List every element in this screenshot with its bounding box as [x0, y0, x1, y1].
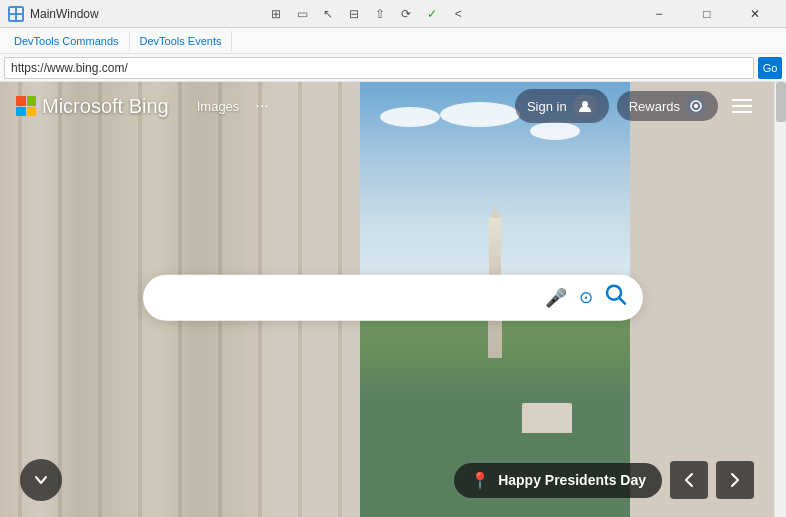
location-text: Happy Presidents Day — [498, 472, 646, 488]
scroll-down-button[interactable] — [20, 459, 62, 501]
reflecting-pool — [387, 350, 603, 410]
svg-point-6 — [694, 104, 698, 108]
browser-content: Microsoft Bing Images ··· Sign in Reward… — [0, 82, 786, 517]
toolbar-icon-2[interactable]: ▭ — [292, 4, 312, 24]
svg-rect-3 — [17, 15, 22, 20]
go-button[interactable]: Go — [758, 57, 782, 79]
prev-image-button[interactable] — [670, 461, 708, 499]
scrollbar[interactable] — [774, 82, 786, 517]
monument-top — [489, 218, 501, 278]
toolbar-icon-3[interactable]: ↖ — [318, 4, 338, 24]
devtools-toolbar: DevTools Commands DevTools Events — [0, 28, 786, 54]
search-input[interactable] — [159, 274, 545, 320]
app-icon — [8, 6, 24, 22]
toolbar-icon-arrow[interactable]: < — [448, 4, 468, 24]
svg-rect-2 — [10, 15, 15, 20]
capitol-building — [522, 403, 572, 433]
window-title: MainWindow — [30, 7, 99, 21]
bottom-bar: 📍 Happy Presidents Day — [0, 459, 774, 501]
location-pill[interactable]: 📍 Happy Presidents Day — [454, 463, 662, 498]
logo-green — [27, 96, 37, 106]
search-box: 🎤 ⊙ — [143, 274, 643, 320]
logo-red — [16, 96, 26, 106]
scrollbar-thumb[interactable] — [776, 82, 786, 122]
rewards-button[interactable]: Rewards — [617, 91, 718, 121]
bing-brand-name: Microsoft Bing — [42, 95, 169, 118]
bing-nav: Microsoft Bing Images ··· Sign in Reward… — [0, 82, 774, 130]
devtools-commands-tab[interactable]: DevTools Commands — [4, 31, 130, 51]
maximize-button[interactable]: □ — [684, 0, 730, 28]
next-image-button[interactable] — [716, 461, 754, 499]
url-input[interactable] — [4, 57, 754, 79]
svg-line-8 — [619, 298, 625, 304]
logo-yellow — [27, 107, 37, 117]
location-bar: 📍 Happy Presidents Day — [454, 461, 754, 499]
minimize-button[interactable]: − — [636, 0, 682, 28]
toolbar-icon-5[interactable]: ⇧ — [370, 4, 390, 24]
hamburger-menu-button[interactable] — [726, 90, 758, 122]
nav-right: Sign in Rewards — [515, 89, 758, 123]
camera-icon[interactable]: ⊙ — [579, 287, 593, 308]
images-nav-item[interactable]: Images — [189, 95, 248, 118]
microsoft-logo — [16, 96, 36, 116]
sign-in-button[interactable]: Sign in — [515, 89, 609, 123]
sign-in-label: Sign in — [527, 99, 567, 114]
hamburger-line-1 — [732, 99, 752, 101]
toolbar-icon-check[interactable]: ✓ — [422, 4, 442, 24]
more-nav-item[interactable]: ··· — [247, 93, 276, 119]
search-icon[interactable] — [605, 284, 627, 311]
title-bar-left: MainWindow — [8, 6, 99, 22]
window-controls: − □ ✕ — [636, 0, 778, 28]
search-icons: 🎤 ⊙ — [545, 284, 627, 311]
title-bar-toolbar: ⊞ ▭ ↖ ⊟ ⇧ ⟳ ✓ < — [266, 4, 468, 24]
hamburger-line-3 — [732, 111, 752, 113]
search-container: 🎤 ⊙ — [143, 274, 643, 320]
address-bar: Go — [0, 54, 786, 82]
bing-page: Microsoft Bing Images ··· Sign in Reward… — [0, 82, 786, 517]
bing-logo: Microsoft Bing — [16, 95, 169, 118]
rewards-label: Rewards — [629, 99, 680, 114]
close-button[interactable]: ✕ — [732, 0, 778, 28]
toolbar-icon-6[interactable]: ⟳ — [396, 4, 416, 24]
toolbar-icon-4[interactable]: ⊟ — [344, 4, 364, 24]
svg-rect-1 — [17, 8, 22, 13]
sign-in-avatar — [573, 94, 597, 118]
microphone-icon[interactable]: 🎤 — [545, 286, 567, 308]
svg-rect-0 — [10, 8, 15, 13]
toolbar-icon-1[interactable]: ⊞ — [266, 4, 286, 24]
hamburger-line-2 — [732, 105, 752, 107]
title-bar: MainWindow ⊞ ▭ ↖ ⊟ ⇧ ⟳ ✓ < − □ ✕ — [0, 0, 786, 28]
devtools-events-tab[interactable]: DevTools Events — [130, 31, 233, 51]
logo-blue — [16, 107, 26, 117]
location-pin-icon: 📍 — [470, 471, 490, 490]
rewards-icon — [686, 96, 706, 116]
